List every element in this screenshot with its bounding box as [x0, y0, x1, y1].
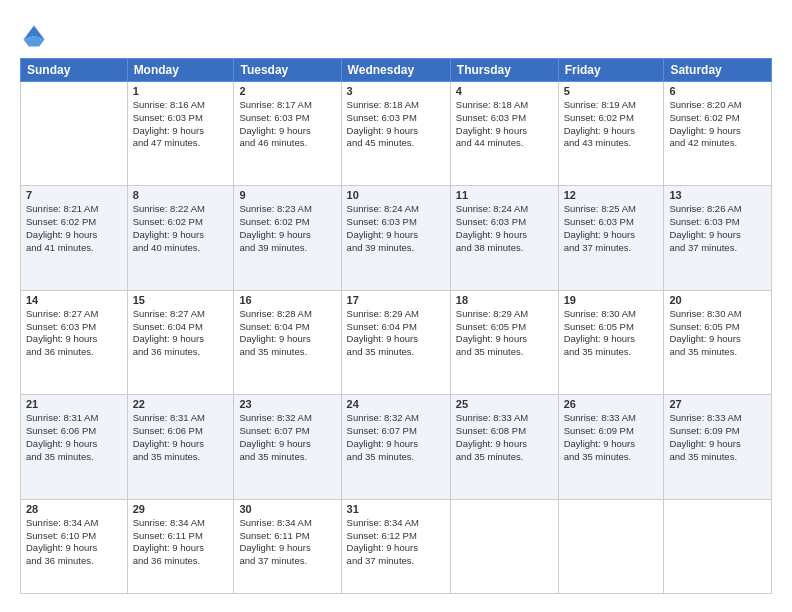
calendar-cell: 27Sunrise: 8:33 AMSunset: 6:09 PMDayligh… — [664, 395, 772, 499]
weekday-header-thursday: Thursday — [450, 59, 558, 82]
cell-info: Sunrise: 8:30 AMSunset: 6:05 PMDaylight:… — [564, 308, 659, 359]
cell-info: Sunrise: 8:33 AMSunset: 6:08 PMDaylight:… — [456, 412, 553, 463]
day-number: 14 — [26, 294, 122, 306]
header — [20, 18, 772, 50]
calendar-cell: 18Sunrise: 8:29 AMSunset: 6:05 PMDayligh… — [450, 290, 558, 394]
day-number: 8 — [133, 189, 229, 201]
calendar-cell: 17Sunrise: 8:29 AMSunset: 6:04 PMDayligh… — [341, 290, 450, 394]
day-number: 29 — [133, 503, 229, 515]
calendar-cell: 3Sunrise: 8:18 AMSunset: 6:03 PMDaylight… — [341, 82, 450, 186]
logo-icon — [20, 22, 48, 50]
calendar-cell — [558, 499, 664, 593]
cell-info: Sunrise: 8:27 AMSunset: 6:03 PMDaylight:… — [26, 308, 122, 359]
calendar-cell: 16Sunrise: 8:28 AMSunset: 6:04 PMDayligh… — [234, 290, 341, 394]
calendar-cell: 4Sunrise: 8:18 AMSunset: 6:03 PMDaylight… — [450, 82, 558, 186]
cell-info: Sunrise: 8:23 AMSunset: 6:02 PMDaylight:… — [239, 203, 335, 254]
calendar-cell: 8Sunrise: 8:22 AMSunset: 6:02 PMDaylight… — [127, 186, 234, 290]
calendar-table: SundayMondayTuesdayWednesdayThursdayFrid… — [20, 58, 772, 594]
day-number: 31 — [347, 503, 445, 515]
weekday-header-monday: Monday — [127, 59, 234, 82]
cell-info: Sunrise: 8:31 AMSunset: 6:06 PMDaylight:… — [26, 412, 122, 463]
day-number: 20 — [669, 294, 766, 306]
day-number: 26 — [564, 398, 659, 410]
cell-info: Sunrise: 8:33 AMSunset: 6:09 PMDaylight:… — [669, 412, 766, 463]
day-number: 7 — [26, 189, 122, 201]
calendar-cell: 30Sunrise: 8:34 AMSunset: 6:11 PMDayligh… — [234, 499, 341, 593]
cell-info: Sunrise: 8:19 AMSunset: 6:02 PMDaylight:… — [564, 99, 659, 150]
cell-info: Sunrise: 8:26 AMSunset: 6:03 PMDaylight:… — [669, 203, 766, 254]
cell-info: Sunrise: 8:21 AMSunset: 6:02 PMDaylight:… — [26, 203, 122, 254]
calendar-cell: 1Sunrise: 8:16 AMSunset: 6:03 PMDaylight… — [127, 82, 234, 186]
day-number: 24 — [347, 398, 445, 410]
weekday-header-wednesday: Wednesday — [341, 59, 450, 82]
day-number: 23 — [239, 398, 335, 410]
day-number: 11 — [456, 189, 553, 201]
day-number: 28 — [26, 503, 122, 515]
logo — [20, 22, 52, 50]
cell-info: Sunrise: 8:22 AMSunset: 6:02 PMDaylight:… — [133, 203, 229, 254]
cell-info: Sunrise: 8:24 AMSunset: 6:03 PMDaylight:… — [347, 203, 445, 254]
calendar-week-row: 7Sunrise: 8:21 AMSunset: 6:02 PMDaylight… — [21, 186, 772, 290]
cell-info: Sunrise: 8:28 AMSunset: 6:04 PMDaylight:… — [239, 308, 335, 359]
calendar-cell: 6Sunrise: 8:20 AMSunset: 6:02 PMDaylight… — [664, 82, 772, 186]
cell-info: Sunrise: 8:24 AMSunset: 6:03 PMDaylight:… — [456, 203, 553, 254]
day-number: 19 — [564, 294, 659, 306]
calendar-cell: 28Sunrise: 8:34 AMSunset: 6:10 PMDayligh… — [21, 499, 128, 593]
cell-info: Sunrise: 8:34 AMSunset: 6:10 PMDaylight:… — [26, 517, 122, 568]
calendar-cell: 19Sunrise: 8:30 AMSunset: 6:05 PMDayligh… — [558, 290, 664, 394]
calendar-cell: 20Sunrise: 8:30 AMSunset: 6:05 PMDayligh… — [664, 290, 772, 394]
calendar-cell: 22Sunrise: 8:31 AMSunset: 6:06 PMDayligh… — [127, 395, 234, 499]
cell-info: Sunrise: 8:32 AMSunset: 6:07 PMDaylight:… — [347, 412, 445, 463]
cell-info: Sunrise: 8:34 AMSunset: 6:11 PMDaylight:… — [239, 517, 335, 568]
cell-info: Sunrise: 8:17 AMSunset: 6:03 PMDaylight:… — [239, 99, 335, 150]
calendar-cell: 24Sunrise: 8:32 AMSunset: 6:07 PMDayligh… — [341, 395, 450, 499]
weekday-header-saturday: Saturday — [664, 59, 772, 82]
calendar-cell: 21Sunrise: 8:31 AMSunset: 6:06 PMDayligh… — [21, 395, 128, 499]
calendar-cell — [450, 499, 558, 593]
cell-info: Sunrise: 8:31 AMSunset: 6:06 PMDaylight:… — [133, 412, 229, 463]
cell-info: Sunrise: 8:29 AMSunset: 6:04 PMDaylight:… — [347, 308, 445, 359]
day-number: 1 — [133, 85, 229, 97]
weekday-header-row: SundayMondayTuesdayWednesdayThursdayFrid… — [21, 59, 772, 82]
day-number: 9 — [239, 189, 335, 201]
calendar-cell: 29Sunrise: 8:34 AMSunset: 6:11 PMDayligh… — [127, 499, 234, 593]
calendar-cell: 25Sunrise: 8:33 AMSunset: 6:08 PMDayligh… — [450, 395, 558, 499]
calendar-cell: 7Sunrise: 8:21 AMSunset: 6:02 PMDaylight… — [21, 186, 128, 290]
weekday-header-tuesday: Tuesday — [234, 59, 341, 82]
day-number: 18 — [456, 294, 553, 306]
cell-info: Sunrise: 8:16 AMSunset: 6:03 PMDaylight:… — [133, 99, 229, 150]
weekday-header-friday: Friday — [558, 59, 664, 82]
cell-info: Sunrise: 8:34 AMSunset: 6:12 PMDaylight:… — [347, 517, 445, 568]
calendar-cell: 13Sunrise: 8:26 AMSunset: 6:03 PMDayligh… — [664, 186, 772, 290]
calendar-week-row: 28Sunrise: 8:34 AMSunset: 6:10 PMDayligh… — [21, 499, 772, 593]
day-number: 15 — [133, 294, 229, 306]
day-number: 12 — [564, 189, 659, 201]
calendar-cell: 9Sunrise: 8:23 AMSunset: 6:02 PMDaylight… — [234, 186, 341, 290]
calendar-week-row: 14Sunrise: 8:27 AMSunset: 6:03 PMDayligh… — [21, 290, 772, 394]
calendar-cell: 2Sunrise: 8:17 AMSunset: 6:03 PMDaylight… — [234, 82, 341, 186]
calendar-cell — [21, 82, 128, 186]
weekday-header-sunday: Sunday — [21, 59, 128, 82]
day-number: 21 — [26, 398, 122, 410]
cell-info: Sunrise: 8:30 AMSunset: 6:05 PMDaylight:… — [669, 308, 766, 359]
day-number: 13 — [669, 189, 766, 201]
cell-info: Sunrise: 8:29 AMSunset: 6:05 PMDaylight:… — [456, 308, 553, 359]
day-number: 3 — [347, 85, 445, 97]
day-number: 30 — [239, 503, 335, 515]
day-number: 10 — [347, 189, 445, 201]
day-number: 22 — [133, 398, 229, 410]
day-number: 17 — [347, 294, 445, 306]
day-number: 16 — [239, 294, 335, 306]
calendar-cell: 23Sunrise: 8:32 AMSunset: 6:07 PMDayligh… — [234, 395, 341, 499]
cell-info: Sunrise: 8:25 AMSunset: 6:03 PMDaylight:… — [564, 203, 659, 254]
cell-info: Sunrise: 8:34 AMSunset: 6:11 PMDaylight:… — [133, 517, 229, 568]
calendar-cell: 31Sunrise: 8:34 AMSunset: 6:12 PMDayligh… — [341, 499, 450, 593]
calendar-cell: 15Sunrise: 8:27 AMSunset: 6:04 PMDayligh… — [127, 290, 234, 394]
day-number: 27 — [669, 398, 766, 410]
calendar-page: SundayMondayTuesdayWednesdayThursdayFrid… — [0, 0, 792, 612]
calendar-cell: 12Sunrise: 8:25 AMSunset: 6:03 PMDayligh… — [558, 186, 664, 290]
cell-info: Sunrise: 8:20 AMSunset: 6:02 PMDaylight:… — [669, 99, 766, 150]
cell-info: Sunrise: 8:18 AMSunset: 6:03 PMDaylight:… — [347, 99, 445, 150]
day-number: 2 — [239, 85, 335, 97]
day-number: 5 — [564, 85, 659, 97]
